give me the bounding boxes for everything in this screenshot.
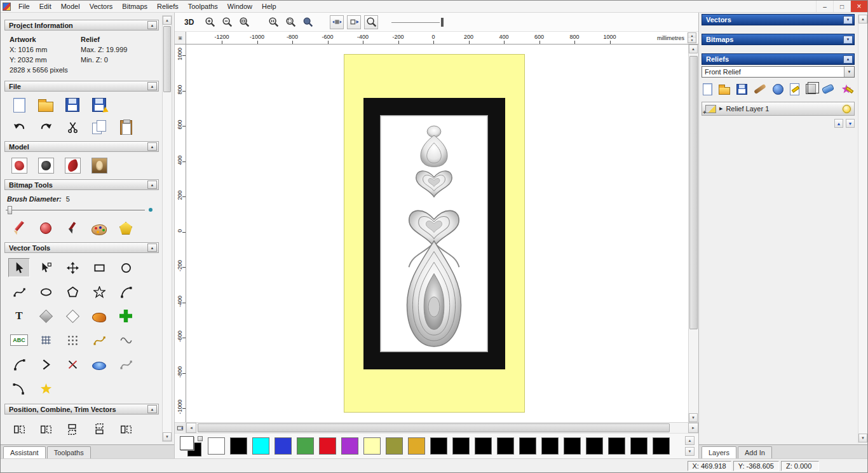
layers-panel-scrollbar[interactable]: ▲ ▼ [858,14,867,443]
move-layer-up-icon[interactable]: ▲ [834,119,843,128]
relief-wizard-icon[interactable] [840,83,853,95]
create-polygon-tool[interactable] [62,282,83,301]
text-abc-tool[interactable]: ABC [8,331,30,350]
bridge-fillet-tool[interactable] [10,378,29,399]
minimize-button[interactable]: – [816,1,833,12]
create-ellipse-tool[interactable] [35,282,57,301]
transform-vectors-tool[interactable] [62,258,83,277]
scroll-right-icon[interactable]: ► [688,423,698,433]
zoom-out-icon[interactable] [220,15,234,29]
palette-swatch[interactable] [541,437,559,455]
menu-item-window[interactable]: Window [223,2,257,11]
fillet-arc-tool[interactable] [8,355,30,374]
nesting-tool[interactable]: Nes [115,442,137,444]
new-relief-icon[interactable] [703,83,712,95]
join-vectors-tool[interactable] [35,355,57,374]
create-arc-tool[interactable] [115,282,137,301]
ruler-origin-button[interactable]: ▣ [175,32,186,44]
flood-fill-tool-icon[interactable] [119,222,132,235]
primary-colour-swatch[interactable] [180,436,194,450]
new-layer-icon[interactable] [790,83,799,95]
close-button[interactable]: × [850,1,867,12]
cut-icon[interactable] [62,118,83,137]
create-spline-tool[interactable] [115,355,137,374]
relief-package-icon[interactable] [806,84,816,94]
load-relief-icon[interactable] [719,87,730,95]
tab-add-in[interactable]: Add In [738,446,772,458]
align-bottom-tool[interactable] [90,418,109,440]
fit-curve-tool[interactable] [88,331,110,350]
palette-swatch[interactable] [452,437,470,455]
scroll-down-icon[interactable]: ▼ [858,434,867,442]
vectors-header[interactable]: Vectors ▼ [702,14,855,25]
menu-item-toolpaths[interactable]: Toolpaths [184,2,222,11]
menu-item-reliefs[interactable]: Reliefs [153,2,183,11]
scrollbar-thumb[interactable] [163,26,171,92]
tab-layers[interactable]: Layers [702,446,736,458]
palette-swatch[interactable] [408,437,425,455]
scatter-dots-tool[interactable] [62,331,83,350]
create-rectangle-tool[interactable] [88,258,110,277]
palette-swatch[interactable] [297,437,314,455]
palette-swatch[interactable] [630,437,648,455]
bitmaps-header[interactable]: Bitmaps ▼ [702,34,855,45]
shape-editor-icon[interactable] [773,84,783,95]
canvas-horizontal-scrollbar[interactable]: ◄ ► [175,422,698,433]
zoom-fit-icon[interactable] [283,15,297,29]
move-layer-down-icon[interactable]: ▼ [846,119,855,128]
paste-along-curve-tool[interactable] [88,444,110,444]
new-model-icon[interactable] [13,98,25,113]
menu-item-vectors[interactable]: Vectors [85,2,118,11]
grid-tool[interactable] [35,331,57,350]
palette-swatch[interactable] [208,437,225,455]
offset-vectors-tool[interactable] [62,306,83,326]
scrollbar-thumb[interactable] [198,423,670,432]
collapse-section-icon[interactable]: ▲ [147,82,157,90]
menu-item-bitmaps[interactable]: Bitmaps [118,2,152,11]
paint-selective-tool-icon[interactable] [40,223,51,234]
redo-icon[interactable] [35,118,57,137]
model-sheet[interactable] [344,54,525,413]
palette-swatch[interactable] [319,437,336,455]
draw-tool-icon[interactable] [66,222,79,235]
canvas-vertical-scrollbar[interactable]: ▲ ▼ [688,45,698,422]
trim-vectors-tool[interactable] [62,355,83,374]
node-editing-tool[interactable] [35,258,57,277]
undo-icon[interactable] [8,118,30,137]
palette-swatch[interactable] [586,437,603,455]
ruler-units-spinner[interactable]: ▲ ▼ [688,32,696,43]
pan-view-button[interactable] [175,423,186,433]
scroll-up-icon[interactable]: ▲ [689,45,698,53]
primary-secondary-colour[interactable] [180,436,203,456]
set-model-size-icon[interactable] [11,158,27,174]
collapse-section-icon[interactable]: ▲ [147,181,157,189]
create-circle-tool[interactable] [115,258,137,277]
toggle-vector-view-icon[interactable] [347,15,361,29]
align-top-tool[interactable] [63,418,82,440]
delete-layer-icon[interactable] [822,84,835,95]
zoom-1to1-icon[interactable] [266,15,280,29]
palette-swatch[interactable] [608,437,625,455]
scrollbar-thumb[interactable] [689,56,698,329]
palette-swatch[interactable] [252,437,269,455]
weld-vectors-tool[interactable] [62,444,83,444]
mirror-vectors-tool[interactable] [8,444,30,444]
scroll-left-icon[interactable]: ◄ [186,423,196,433]
zoom-window-icon[interactable] [237,15,251,29]
palette-swatch[interactable] [653,437,670,455]
view-3d-button[interactable]: 3D [181,17,197,28]
colour-palette-icon[interactable] [92,224,107,235]
center-in-page-tool[interactable] [115,420,137,439]
relief-selector[interactable]: Front Relief ▼ [702,66,855,78]
palette-swatch[interactable] [519,437,536,455]
adjust-model-icon[interactable] [38,158,54,174]
reset-colours-icon[interactable] [198,436,203,441]
palette-swatch[interactable] [386,437,403,455]
distort-wave-tool[interactable] [115,331,137,350]
save-model-icon[interactable] [65,98,79,112]
zoom-objects-icon[interactable] [301,15,315,29]
assistant-panel-scrollbar[interactable]: ▲ ▼ [162,15,172,442]
scroll-up-icon[interactable]: ▲ [858,15,867,24]
collapse-section-icon[interactable]: ▲ [147,243,157,252]
vector-doctor-tool[interactable] [35,306,57,326]
